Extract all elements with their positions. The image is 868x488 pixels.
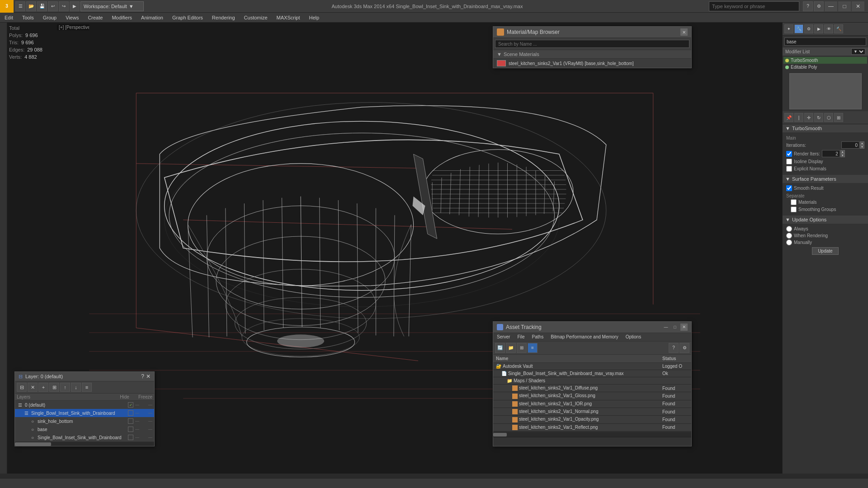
render-iters-input[interactable] [822,150,840,157]
at-grid-btn[interactable]: ⊞ [517,343,527,353]
at-row-2[interactable]: 📁Maps / Shaders [493,377,691,384]
layers-help-btn[interactable]: ? [141,373,144,380]
always-radio[interactable] [786,226,792,232]
modifier-search-input[interactable] [784,38,866,46]
update-options-header[interactable]: ▼ Update Options [783,216,868,224]
menu-group[interactable]: Group [38,13,61,23]
at-menu-file[interactable]: File [514,333,528,341]
close-button[interactable]: ✕ [852,1,864,11]
manually-radio[interactable] [786,239,792,245]
help-icon[interactable]: ? [803,1,813,11]
layers-options-btn[interactable]: ≡ [82,383,92,392]
at-row-5[interactable]: steel_kitchen_sinks2_Var1_IOR.pngFound [493,400,691,408]
turbosmoothsection-header[interactable]: ▼ TurboSmooth [783,124,868,133]
asset-tracking-close[interactable]: ✕ [680,324,688,331]
update-button[interactable]: Update [812,247,838,255]
layers-add-btn[interactable]: + [38,383,48,392]
iterations-arrows[interactable]: ▲ ▼ [860,141,864,149]
rp-display-icon[interactable]: 👁 [824,24,833,33]
iterations-input[interactable] [841,141,859,149]
at-menu-server[interactable]: Server [493,333,514,341]
rp-modify-icon[interactable]: 🔧 [794,24,803,33]
layers-expand-btn[interactable]: ⊞ [49,383,59,392]
at-row-0[interactable]: 🔐Autodesk VaultLogged O [493,362,691,370]
pt-scale-btn[interactable]: ⬡ [824,113,833,122]
explicit-normals-checkbox[interactable] [786,166,792,172]
layers-scrollbar[interactable] [15,441,154,446]
pt-pin-btn[interactable]: 📌 [784,113,793,122]
layer-row-0[interactable]: ☰0 (default)✓—— [15,401,154,409]
layers-up-btn[interactable]: ↑ [60,383,70,392]
at-row-1[interactable]: 📄Single_Bowl_Inset_Sink_with_Drainboard_… [493,370,691,377]
redo-button[interactable]: ↪ [59,1,69,11]
new-button[interactable]: ☰ [15,1,25,11]
layers-down-btn[interactable]: ↓ [71,383,81,392]
menu-tools[interactable]: Tools [18,13,38,23]
modifier-turbosmoothitem[interactable]: TurboSmooth [783,57,867,64]
menu-customize[interactable]: Customize [240,13,272,23]
layer-row-3[interactable]: ○base—— [15,425,154,433]
menu-maxscript[interactable]: MAXScript [272,13,305,23]
rp-hierarchy-icon[interactable]: ⚙ [804,24,813,33]
render-iters-down[interactable]: ▼ [840,154,845,157]
menu-modifiers[interactable]: Modifiers [107,13,137,23]
at-menu-bitmap[interactable]: Bitmap Performance and Memory [547,333,622,341]
at-settings-btn[interactable]: ⚙ [679,343,689,353]
iterations-spinner[interactable]: ▲ ▼ [841,141,864,149]
open-button[interactable]: 📂 [26,1,36,11]
render-iters-spinner[interactable]: ▲ ▼ [822,150,845,157]
menu-rendering[interactable]: Rendering [208,13,240,23]
layer-row-1[interactable]: ☰Single_Bowl_Inset_Sink_with_Drainboard—… [15,409,154,417]
viewport[interactable]: Total Polys: 9 696 Tris: 9 696 Edges: 29… [7,23,782,474]
menu-views[interactable]: Views [61,13,83,23]
at-row-4[interactable]: steel_kitchen_sinks2_Var1_Gloss.pngFound [493,392,691,400]
iterations-down[interactable]: ▼ [860,145,864,149]
at-menu-options[interactable]: Options [622,333,645,341]
rp-create-icon[interactable]: ✦ [784,24,793,33]
pt-move-btn[interactable]: ✛ [804,113,813,122]
layer-row-2[interactable]: ○sink_hole_bottom—— [15,417,154,425]
smoothing-groups-checkbox[interactable] [791,206,797,212]
at-help-btn[interactable]: ? [669,343,679,353]
render-iters-arrows[interactable]: ▲ ▼ [840,150,845,157]
layers-icon-btn[interactable]: ⊟ [17,383,27,392]
menu-graph-editors[interactable]: Graph Editors [168,13,208,23]
pt-select-btn[interactable]: | [794,113,803,122]
undo-button[interactable]: ↩ [48,1,58,11]
modifier-editablepolyitem[interactable]: Editable Poly [783,64,867,70]
surface-params-header[interactable]: ▼ Surface Parameters [783,175,868,183]
at-menu-paths[interactable]: Paths [528,333,547,341]
workspace-dropdown[interactable]: Workspace: Default ▼ [80,1,144,11]
search-input[interactable] [709,1,799,11]
render-iters-checkbox[interactable] [786,151,792,157]
menu-help[interactable]: Help [305,13,324,23]
asset-scrollbar[interactable] [493,432,691,437]
layers-delete-btn[interactable]: ✕ [28,383,38,392]
menu-animation[interactable]: Animation [137,13,168,23]
asset-tracking-minimize[interactable]: — [662,324,670,330]
material-search-input[interactable] [495,40,689,48]
menu-edit[interactable]: Edit [0,13,18,23]
smooth-result-checkbox[interactable] [786,185,792,191]
menu-create[interactable]: Create [83,13,107,23]
pt-rotate-btn[interactable]: ↻ [814,113,823,122]
pt-edit-btn[interactable]: ⊞ [834,113,843,122]
at-refresh-btn[interactable]: 🔄 [495,343,505,353]
layers-close-btn[interactable]: ✕ [146,373,151,380]
isoline-checkbox[interactable] [786,159,792,164]
scene-materials-header[interactable]: ▼ Scene Materials [493,50,691,59]
at-row-8[interactable]: steel_kitchen_sinks2_Var1_Reflect.pngFou… [493,423,691,431]
minimize-button[interactable]: — [825,1,837,11]
maximize-button[interactable]: □ [838,1,851,11]
render-iters-up[interactable]: ▲ [840,150,845,154]
settings-icon[interactable]: ⚙ [814,1,824,11]
material-item[interactable]: steel_kitchen_sinks2_Var1 (VRayMtl) [bas… [493,59,691,68]
at-list-btn[interactable]: ≡ [528,343,538,353]
iterations-up[interactable]: ▲ [860,141,864,145]
save-button[interactable]: 💾 [37,1,47,11]
rp-motion-icon[interactable]: ▶ [814,24,823,33]
rp-utilities-icon[interactable]: 🔨 [834,24,843,33]
at-row-6[interactable]: steel_kitchen_sinks2_Var1_Normal.pngFoun… [493,408,691,415]
when-rendering-radio[interactable] [786,233,792,239]
at-row-3[interactable]: steel_kitchen_sinks2_Var1_Diffuse.pngFou… [493,384,691,392]
